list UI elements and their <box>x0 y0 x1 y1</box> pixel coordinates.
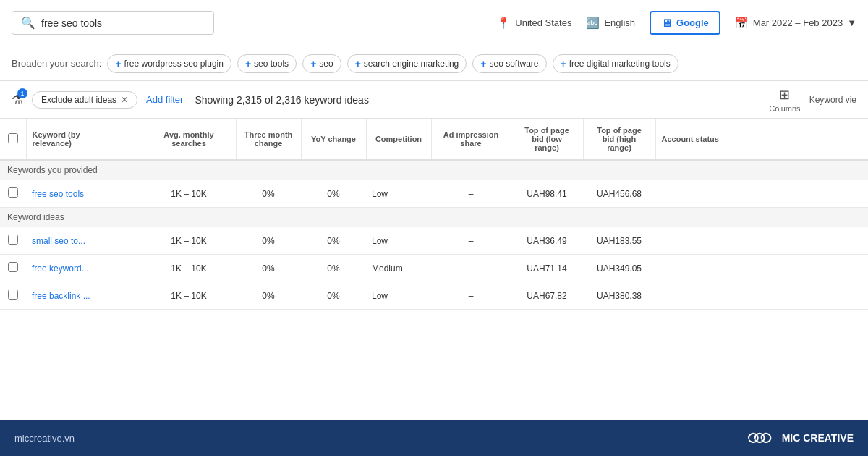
header-avg[interactable]: Avg. monthly searches <box>142 119 236 160</box>
filter-icon-button[interactable]: ⚗ 1 <box>12 92 23 108</box>
idea-row-three-1: 0% <box>236 255 301 282</box>
header-yoy[interactable]: YoY change <box>301 119 366 160</box>
idea-row-keyword-0[interactable]: small seo to... <box>26 227 142 255</box>
idea-row-top-low-1: UAH71.14 <box>511 255 583 282</box>
section-ideas-label: Keyword ideas <box>0 208 868 227</box>
broaden-chip-2[interactable]: + seo <box>302 54 341 73</box>
table-body: Keywords you provided free seo tools 1K … <box>0 160 868 310</box>
select-all-checkbox[interactable] <box>8 133 18 143</box>
idea-row-three-0: 0% <box>236 227 301 255</box>
header-ad-impression[interactable]: Ad impressionshare <box>431 119 511 160</box>
broaden-chip-label-1: seo tools <box>254 59 289 69</box>
row-check-0[interactable] <box>8 187 18 198</box>
row-avg-0: 1K – 10K <box>142 180 236 208</box>
keyword-table-container: Keyword (byrelevance) Avg. monthly searc… <box>0 119 868 420</box>
broaden-chip-0[interactable]: + free wordpress seo plugin <box>107 54 231 73</box>
network-control[interactable]: 🖥 Google <box>650 11 720 35</box>
broaden-chip-5[interactable]: + free digital marketing tools <box>553 54 678 73</box>
brand-logo-svg <box>746 429 775 447</box>
header-competition[interactable]: Competition <box>366 119 431 160</box>
broaden-label: Broaden your search: <box>12 58 101 69</box>
location-control[interactable]: 📍 United States <box>497 17 571 30</box>
calendar-icon: 📅 <box>735 17 749 30</box>
idea-row-check-2[interactable] <box>8 290 18 300</box>
header-three-month[interactable]: Three monthchange <box>236 119 301 160</box>
idea-row-top-high-2: UAH380.38 <box>583 282 655 310</box>
idea-row-three-2: 0% <box>236 282 301 310</box>
idea-row-check-0[interactable] <box>8 235 18 245</box>
row-ad-0: – <box>431 180 511 208</box>
broaden-chip-label-3: search engine marketing <box>364 59 459 69</box>
idea-row-yoy-1: 0% <box>301 255 366 282</box>
idea-row-checkbox-2[interactable] <box>0 282 26 310</box>
idea-row-competition-2: Low <box>366 282 431 310</box>
location-label: United States <box>515 17 571 28</box>
idea-row-check-1[interactable] <box>8 262 18 272</box>
idea-row-top-high-1: UAH349.05 <box>583 255 655 282</box>
brand-name: MIC CREATIVE <box>782 432 854 444</box>
idea-row-acct-0 <box>655 227 868 255</box>
row-yoy-0: 0% <box>301 180 366 208</box>
broaden-chip-3[interactable]: + search engine marketing <box>347 54 467 73</box>
broaden-chip-4[interactable]: + seo software <box>472 54 546 73</box>
columns-label: Columns <box>769 104 800 113</box>
row-top-low-0: UAH98.41 <box>511 180 583 208</box>
idea-row-top-low-0: UAH36.49 <box>511 227 583 255</box>
idea-row-ad-0: – <box>431 227 511 255</box>
plus-icon-5: + <box>561 58 566 69</box>
row-checkbox-0[interactable] <box>0 180 26 208</box>
keyword-table: Keyword (byrelevance) Avg. monthly searc… <box>0 119 868 310</box>
header-top-low[interactable]: Top of pagebid (lowrange) <box>511 119 583 160</box>
keyword-view-button[interactable]: Keyword vie <box>809 95 856 105</box>
table-row: free seo tools 1K – 10K 0% 0% Low – UAH9… <box>0 180 868 208</box>
idea-row-yoy-2: 0% <box>301 282 366 310</box>
columns-button[interactable]: ⊞ Columns <box>769 87 800 113</box>
plus-icon-4: + <box>480 58 486 69</box>
language-control[interactable]: 🔤 English <box>586 17 635 30</box>
idea-row-avg-2: 1K – 10K <box>142 282 236 310</box>
date-range-control[interactable]: 📅 Mar 2022 – Feb 2023 ▼ <box>735 17 856 30</box>
row-top-high-0: UAH456.68 <box>583 180 655 208</box>
row-competition-0: Low <box>366 180 431 208</box>
close-icon[interactable]: ✕ <box>121 95 128 105</box>
search-input-value: free seo tools <box>41 17 102 29</box>
idea-row-checkbox-1[interactable] <box>0 255 26 282</box>
header-keyword[interactable]: Keyword (byrelevance) <box>26 119 142 160</box>
chevron-down-icon: ▼ <box>847 17 856 28</box>
add-filter-button[interactable]: Add filter <box>146 94 183 105</box>
idea-row-avg-1: 1K – 10K <box>142 255 236 282</box>
table-header-row: Keyword (byrelevance) Avg. monthly searc… <box>0 119 868 160</box>
plus-icon-2: + <box>310 58 316 69</box>
broaden-row: Broaden your search: + free wordpress se… <box>0 46 868 81</box>
table-row: small seo to... 1K – 10K 0% 0% Low – UAH… <box>0 227 868 255</box>
footer: miccreative.vn MIC CREATIVE <box>0 420 868 456</box>
broaden-chip-label-0: free wordpress seo plugin <box>124 59 223 69</box>
exclude-adult-chip[interactable]: Exclude adult ideas ✕ <box>32 91 137 109</box>
broaden-chip-1[interactable]: + seo tools <box>237 54 297 73</box>
idea-row-avg-0: 1K – 10K <box>142 227 236 255</box>
idea-row-keyword-1[interactable]: free keyword... <box>26 255 142 282</box>
broaden-chip-label-5: free digital marketing tools <box>569 59 671 69</box>
idea-row-ad-1: – <box>431 255 511 282</box>
brand-logo <box>746 429 775 447</box>
search-box[interactable]: 🔍 free seo tools <box>12 11 214 35</box>
idea-row-top-low-2: UAH67.82 <box>511 282 583 310</box>
header-checkbox-col[interactable] <box>0 119 26 160</box>
language-icon: 🔤 <box>586 17 600 30</box>
row-three-0: 0% <box>236 180 301 208</box>
header: 🔍 free seo tools 📍 United States 🔤 Engli… <box>0 0 868 46</box>
footer-brand: MIC CREATIVE <box>746 429 854 447</box>
idea-row-checkbox-0[interactable] <box>0 227 26 255</box>
row-keyword-0[interactable]: free seo tools <box>26 180 142 208</box>
idea-row-competition-0: Low <box>366 227 431 255</box>
header-top-high[interactable]: Top of pagebid (highrange) <box>583 119 655 160</box>
broaden-chip-label-4: seo software <box>489 59 538 69</box>
broaden-chip-label-2: seo <box>319 59 333 69</box>
section-ideas: Keyword ideas <box>0 208 868 227</box>
idea-row-yoy-0: 0% <box>301 227 366 255</box>
idea-row-keyword-2[interactable]: free backlink ... <box>26 282 142 310</box>
plus-icon-3: + <box>355 58 361 69</box>
header-account-status[interactable]: Account status <box>655 119 868 160</box>
columns-icon: ⊞ <box>779 87 790 103</box>
date-range-label: Mar 2022 – Feb 2023 <box>753 17 843 28</box>
